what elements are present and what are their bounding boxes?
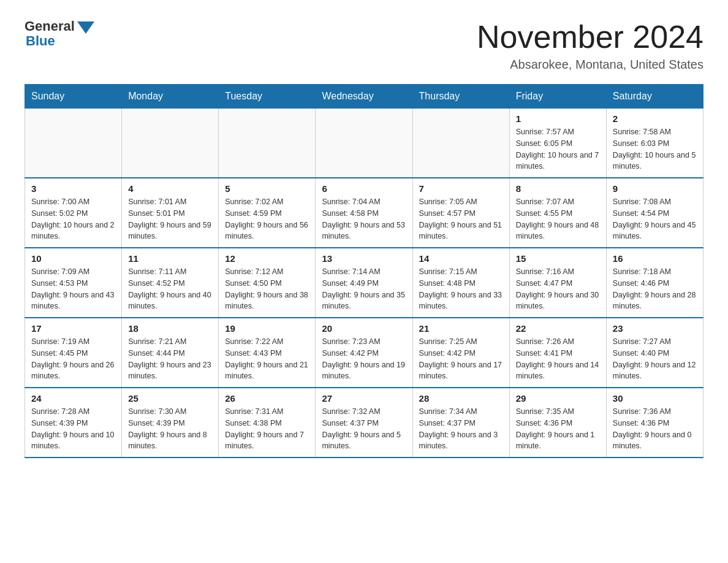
day-number: 13	[322, 253, 406, 264]
sun-info: Sunrise: 7:58 AMSunset: 6:03 PMDaylight:…	[613, 126, 697, 172]
sun-info: Sunrise: 7:21 AMSunset: 4:44 PMDaylight:…	[128, 336, 212, 382]
sun-info: Sunrise: 7:27 AMSunset: 4:40 PMDaylight:…	[613, 336, 697, 382]
sun-info: Sunrise: 7:04 AMSunset: 4:58 PMDaylight:…	[322, 196, 406, 242]
calendar-cell: 26Sunrise: 7:31 AMSunset: 4:38 PMDayligh…	[219, 388, 316, 458]
calendar-cell: 16Sunrise: 7:18 AMSunset: 4:46 PMDayligh…	[606, 248, 703, 318]
weekday-header-sunday: Sunday	[25, 85, 122, 109]
sun-info: Sunrise: 7:26 AMSunset: 4:41 PMDaylight:…	[516, 336, 600, 382]
day-number: 10	[31, 253, 115, 264]
logo-general-text: General	[25, 18, 75, 34]
calendar-cell: 18Sunrise: 7:21 AMSunset: 4:44 PMDayligh…	[122, 318, 219, 388]
sun-info: Sunrise: 7:31 AMSunset: 4:38 PMDaylight:…	[225, 406, 309, 452]
sun-info: Sunrise: 7:36 AMSunset: 4:36 PMDaylight:…	[613, 406, 697, 452]
day-number: 11	[128, 253, 212, 264]
day-number: 30	[613, 393, 697, 404]
sun-info: Sunrise: 7:05 AMSunset: 4:57 PMDaylight:…	[419, 196, 503, 242]
calendar-cell: 30Sunrise: 7:36 AMSunset: 4:36 PMDayligh…	[606, 388, 703, 458]
sun-info: Sunrise: 7:01 AMSunset: 5:01 PMDaylight:…	[128, 196, 212, 242]
page-header: General Blue November 2024 Absarokee, Mo…	[25, 18, 703, 72]
calendar-row-5: 24Sunrise: 7:28 AMSunset: 4:39 PMDayligh…	[25, 388, 703, 458]
calendar-row-3: 10Sunrise: 7:09 AMSunset: 4:53 PMDayligh…	[25, 248, 703, 318]
sun-info: Sunrise: 7:09 AMSunset: 4:53 PMDaylight:…	[31, 266, 115, 312]
calendar-cell: 13Sunrise: 7:14 AMSunset: 4:49 PMDayligh…	[316, 248, 412, 318]
sun-info: Sunrise: 7:12 AMSunset: 4:50 PMDaylight:…	[225, 266, 309, 312]
day-number: 23	[613, 323, 697, 334]
day-number: 24	[31, 393, 115, 404]
calendar-cell: 29Sunrise: 7:35 AMSunset: 4:36 PMDayligh…	[509, 388, 606, 458]
calendar-cell: 21Sunrise: 7:25 AMSunset: 4:42 PMDayligh…	[412, 318, 509, 388]
calendar-row-1: 1Sunrise: 7:57 AMSunset: 6:05 PMDaylight…	[25, 109, 703, 178]
sun-info: Sunrise: 7:34 AMSunset: 4:37 PMDaylight:…	[419, 406, 503, 452]
calendar-cell: 27Sunrise: 7:32 AMSunset: 4:37 PMDayligh…	[316, 388, 412, 458]
calendar-cell: 12Sunrise: 7:12 AMSunset: 4:50 PMDayligh…	[219, 248, 316, 318]
day-number: 25	[128, 393, 212, 404]
day-number: 21	[419, 323, 503, 334]
calendar-cell: 10Sunrise: 7:09 AMSunset: 4:53 PMDayligh…	[25, 248, 122, 318]
calendar-cell: 2Sunrise: 7:58 AMSunset: 6:03 PMDaylight…	[606, 109, 703, 178]
calendar-cell	[219, 109, 316, 178]
day-number: 3	[31, 183, 115, 194]
sun-info: Sunrise: 7:11 AMSunset: 4:52 PMDaylight:…	[128, 266, 212, 312]
sun-info: Sunrise: 7:28 AMSunset: 4:39 PMDaylight:…	[31, 406, 115, 452]
calendar-cell	[316, 109, 412, 178]
day-number: 27	[322, 393, 406, 404]
weekday-header-wednesday: Wednesday	[316, 85, 412, 109]
sun-info: Sunrise: 7:35 AMSunset: 4:36 PMDaylight:…	[516, 406, 600, 452]
sun-info: Sunrise: 7:32 AMSunset: 4:37 PMDaylight:…	[322, 406, 406, 452]
sun-info: Sunrise: 7:08 AMSunset: 4:54 PMDaylight:…	[613, 196, 697, 242]
day-number: 14	[419, 253, 503, 264]
sun-info: Sunrise: 7:07 AMSunset: 4:55 PMDaylight:…	[516, 196, 600, 242]
calendar-cell: 4Sunrise: 7:01 AMSunset: 5:01 PMDaylight…	[122, 178, 219, 248]
sun-info: Sunrise: 7:02 AMSunset: 4:59 PMDaylight:…	[225, 196, 309, 242]
calendar-cell: 14Sunrise: 7:15 AMSunset: 4:48 PMDayligh…	[412, 248, 509, 318]
day-number: 18	[128, 323, 212, 334]
calendar-cell: 6Sunrise: 7:04 AMSunset: 4:58 PMDaylight…	[316, 178, 412, 248]
weekday-header-saturday: Saturday	[606, 85, 703, 109]
sun-info: Sunrise: 7:14 AMSunset: 4:49 PMDaylight:…	[322, 266, 406, 312]
day-number: 29	[516, 393, 600, 404]
calendar-cell: 8Sunrise: 7:07 AMSunset: 4:55 PMDaylight…	[509, 178, 606, 248]
calendar-cell	[25, 109, 122, 178]
logo: General Blue	[25, 18, 94, 49]
calendar-cell: 28Sunrise: 7:34 AMSunset: 4:37 PMDayligh…	[412, 388, 509, 458]
weekday-header-friday: Friday	[509, 85, 606, 109]
calendar-cell: 7Sunrise: 7:05 AMSunset: 4:57 PMDaylight…	[412, 178, 509, 248]
day-number: 8	[516, 183, 600, 194]
weekday-header-thursday: Thursday	[412, 85, 509, 109]
weekday-header-tuesday: Tuesday	[219, 85, 316, 109]
day-number: 5	[225, 183, 309, 194]
day-number: 16	[613, 253, 697, 264]
day-number: 12	[225, 253, 309, 264]
day-number: 28	[419, 393, 503, 404]
calendar-cell: 25Sunrise: 7:30 AMSunset: 4:39 PMDayligh…	[122, 388, 219, 458]
calendar-cell	[122, 109, 219, 178]
calendar-cell: 3Sunrise: 7:00 AMSunset: 5:02 PMDaylight…	[25, 178, 122, 248]
day-number: 26	[225, 393, 309, 404]
weekday-header-monday: Monday	[122, 85, 219, 109]
day-number: 4	[128, 183, 212, 194]
calendar-cell: 24Sunrise: 7:28 AMSunset: 4:39 PMDayligh…	[25, 388, 122, 458]
day-number: 6	[322, 183, 406, 194]
weekday-header-row: SundayMondayTuesdayWednesdayThursdayFrid…	[25, 85, 703, 109]
calendar-cell: 23Sunrise: 7:27 AMSunset: 4:40 PMDayligh…	[606, 318, 703, 388]
calendar-cell: 1Sunrise: 7:57 AMSunset: 6:05 PMDaylight…	[509, 109, 606, 178]
logo-blue-text: Blue	[26, 33, 55, 49]
day-number: 20	[322, 323, 406, 334]
day-number: 17	[31, 323, 115, 334]
sun-info: Sunrise: 7:00 AMSunset: 5:02 PMDaylight:…	[31, 196, 115, 242]
sun-info: Sunrise: 7:57 AMSunset: 6:05 PMDaylight:…	[516, 126, 600, 172]
sun-info: Sunrise: 7:18 AMSunset: 4:46 PMDaylight:…	[613, 266, 697, 312]
sun-info: Sunrise: 7:19 AMSunset: 4:45 PMDaylight:…	[31, 336, 115, 382]
day-number: 22	[516, 323, 600, 334]
day-number: 2	[613, 113, 697, 124]
day-number: 19	[225, 323, 309, 334]
calendar-cell	[412, 109, 509, 178]
sun-info: Sunrise: 7:16 AMSunset: 4:47 PMDaylight:…	[516, 266, 600, 312]
calendar-cell: 20Sunrise: 7:23 AMSunset: 4:42 PMDayligh…	[316, 318, 412, 388]
sun-info: Sunrise: 7:25 AMSunset: 4:42 PMDaylight:…	[419, 336, 503, 382]
sun-info: Sunrise: 7:15 AMSunset: 4:48 PMDaylight:…	[419, 266, 503, 312]
calendar-cell: 5Sunrise: 7:02 AMSunset: 4:59 PMDaylight…	[219, 178, 316, 248]
sun-info: Sunrise: 7:22 AMSunset: 4:43 PMDaylight:…	[225, 336, 309, 382]
title-area: November 2024 Absarokee, Montana, United…	[477, 18, 703, 72]
calendar-cell: 19Sunrise: 7:22 AMSunset: 4:43 PMDayligh…	[219, 318, 316, 388]
